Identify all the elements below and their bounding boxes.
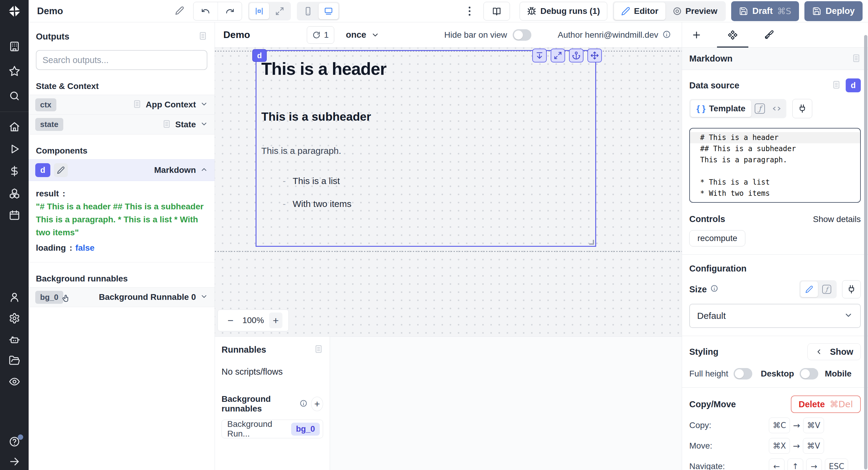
tab-global-styling[interactable] <box>762 23 775 47</box>
panel-doc-icon[interactable] <box>852 54 861 64</box>
variables-icon[interactable] <box>6 165 23 177</box>
show-details-link[interactable]: Show details <box>813 214 861 224</box>
tab-component-settings[interactable] <box>726 23 739 47</box>
refresh-count-button[interactable]: 1 <box>307 26 335 44</box>
template-mode-button[interactable]: { } Template <box>690 100 751 117</box>
hide-bar-toggle[interactable] <box>513 29 531 41</box>
audit-eye-icon[interactable] <box>6 376 23 388</box>
bg0-row[interactable]: bg_0 Background Runnable 0 <box>29 287 215 307</box>
mobile-view-button[interactable] <box>298 3 318 19</box>
center-canvas-button[interactable] <box>249 3 269 19</box>
component-id-badge[interactable]: d <box>35 163 50 177</box>
loading-key[interactable]: loading <box>36 243 66 253</box>
markdown-component-selected[interactable]: d This is a header This is a subheader T… <box>255 50 596 247</box>
tab-insert-component[interactable] <box>690 23 703 47</box>
info-icon[interactable] <box>662 30 671 40</box>
component-d-row[interactable]: d Markdown <box>29 159 215 181</box>
code-mode-button[interactable] <box>768 100 785 117</box>
help-notification-dot <box>18 434 23 440</box>
delete-component-button[interactable]: Delete ⌘Del <box>791 395 861 413</box>
result-value[interactable]: "# This is a header ## This is a subhead… <box>36 200 207 239</box>
panel-doc-icon[interactable] <box>314 345 323 355</box>
ctx-id-chip[interactable]: ctx <box>35 98 56 111</box>
search-icon[interactable] <box>6 90 23 102</box>
inspector-scrollbar[interactable] <box>864 35 867 469</box>
code-line[interactable]: This is a paragraph. <box>690 154 860 166</box>
bottom-panel: Runnables No scripts/flows Background ru… <box>215 336 682 470</box>
docs-book-button[interactable] <box>484 2 510 21</box>
chevron-down-icon[interactable] <box>200 293 208 302</box>
outputs-search[interactable] <box>36 50 207 70</box>
code-line[interactable]: # This is a header <box>690 132 860 143</box>
folders-icon[interactable] <box>6 354 23 366</box>
ctx-type-label: App Context <box>146 100 196 110</box>
app-canvas[interactable]: d This is a header This is a subheader T… <box>215 48 682 336</box>
chevron-down-icon[interactable] <box>200 100 208 109</box>
recompute-button[interactable]: recompute <box>689 230 745 246</box>
result-key[interactable]: result <box>36 189 59 198</box>
redo-button[interactable] <box>218 2 242 20</box>
resize-handle[interactable] <box>589 240 594 245</box>
code-line[interactable]: ## This is a subheader <box>690 143 860 154</box>
zoom-in-button[interactable]: + <box>269 313 282 328</box>
bg-runnable-card[interactable]: Background Run... bg_0 <box>221 420 323 438</box>
code-line[interactable]: * This is a list <box>690 177 860 188</box>
settings-gear-icon[interactable] <box>6 312 23 324</box>
navigate-label: Navigate: <box>689 462 769 470</box>
rename-app-pencil-icon[interactable] <box>175 6 184 16</box>
braces-icon: { } <box>696 104 706 113</box>
move-icon[interactable] <box>587 49 602 62</box>
chevron-up-icon[interactable] <box>200 166 208 175</box>
draft-button[interactable]: Draft ⌘S <box>731 1 799 21</box>
code-line[interactable] <box>690 166 860 177</box>
data-source-component-badge[interactable]: d <box>846 79 861 92</box>
edit-id-pencil-icon[interactable] <box>54 163 68 177</box>
home-icon[interactable] <box>6 121 23 133</box>
workers-bot-icon[interactable] <box>6 333 23 345</box>
resources-icon[interactable] <box>6 187 23 199</box>
function-mode-button[interactable]: ƒ <box>751 100 768 117</box>
workspace-icon[interactable] <box>6 40 23 53</box>
editor-tab[interactable]: Editor <box>614 2 665 20</box>
preview-tab[interactable]: Preview <box>665 2 724 20</box>
styling-show-button[interactable]: Show <box>807 343 861 360</box>
code-line[interactable]: * With two items <box>690 188 860 199</box>
ctx-row[interactable]: ctx App Context <box>29 95 215 115</box>
runs-icon[interactable] <box>6 143 23 155</box>
size-select[interactable]: Default <box>689 304 861 328</box>
desktop-toggle[interactable] <box>800 368 818 380</box>
fullwidth-canvas-button[interactable] <box>270 3 290 19</box>
zoom-out-button[interactable]: − <box>224 315 237 326</box>
bg0-id-chip[interactable]: bg_0 <box>35 291 63 304</box>
chevron-down-icon[interactable] <box>200 120 208 129</box>
size-function-button[interactable]: ƒ <box>818 282 835 297</box>
more-menu-kebab-icon[interactable] <box>464 7 475 16</box>
run-mode-dropdown[interactable]: once <box>346 30 379 40</box>
size-static-pencil-button[interactable] <box>801 282 818 297</box>
component-tag-badge[interactable]: d <box>252 49 267 62</box>
connect-plug-button[interactable] <box>792 99 812 118</box>
windmill-logo[interactable] <box>0 0 29 22</box>
full-height-toggle[interactable] <box>734 368 752 380</box>
schedules-icon[interactable] <box>6 209 23 221</box>
collapse-sidebar-icon[interactable] <box>6 456 23 468</box>
anchor-icon[interactable] <box>569 49 584 62</box>
state-row[interactable]: state State <box>29 115 215 135</box>
debug-runs-button[interactable]: Debug runs (1) <box>520 2 608 21</box>
fullscreen-icon[interactable] <box>551 49 565 62</box>
state-id-chip[interactable]: state <box>35 118 63 131</box>
pointer-hand-icon <box>61 294 70 304</box>
deploy-button[interactable]: Deploy <box>804 1 863 21</box>
favorites-icon[interactable] <box>6 65 23 77</box>
help-icon[interactable] <box>6 436 23 448</box>
desktop-view-button[interactable] <box>318 3 338 19</box>
add-background-runnable-button[interactable]: + <box>311 397 323 411</box>
search-outputs-input[interactable] <box>42 55 201 65</box>
size-select-value: Default <box>697 311 726 321</box>
template-code-editor[interactable]: # This is a header ## This is a subheade… <box>689 128 861 203</box>
undo-button[interactable] <box>193 2 218 20</box>
user-icon[interactable] <box>6 291 23 303</box>
expand-down-icon[interactable] <box>532 49 547 62</box>
connect-plug-button[interactable] <box>842 280 861 298</box>
panel-doc-icon[interactable] <box>198 31 207 41</box>
